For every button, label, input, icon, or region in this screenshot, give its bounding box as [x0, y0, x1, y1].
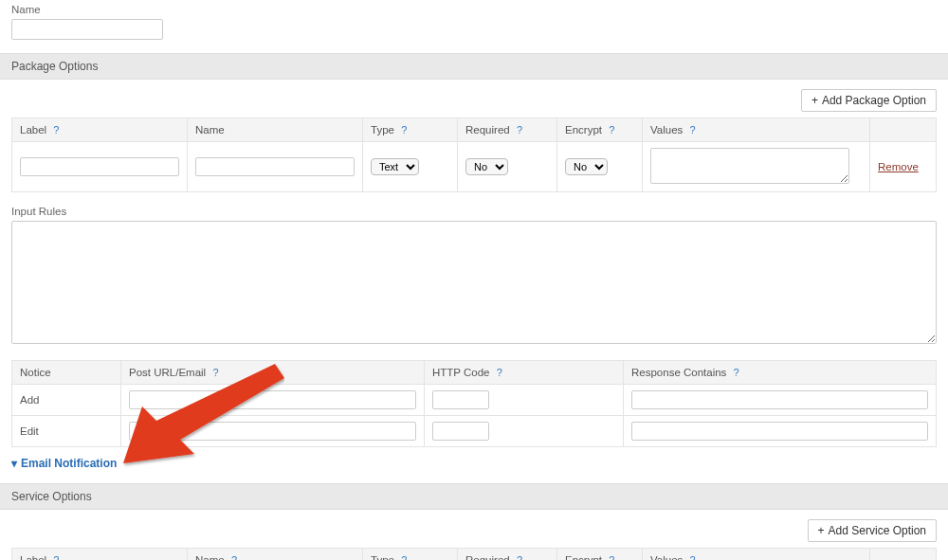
col-type: Type [371, 124, 394, 135]
edit-response-contains-input[interactable] [631, 422, 928, 441]
help-icon[interactable]: ? [231, 554, 237, 560]
caret-down-icon: ▾ [11, 457, 17, 470]
help-icon[interactable]: ? [53, 554, 59, 560]
input-rules-textarea[interactable] [11, 221, 937, 344]
pkg-label-input[interactable] [20, 157, 179, 176]
col-encrypt: Encrypt [565, 124, 602, 135]
package-options-table: Label ? Name Type ? Required ? Encrypt ?… [11, 117, 937, 192]
help-icon[interactable]: ? [53, 124, 59, 135]
col-notice: Notice [20, 367, 51, 378]
service-options-table: Label ? Name ? Type ? Required ? Encrypt… [11, 548, 937, 560]
package-options-header: Package Options [0, 53, 948, 80]
pkg-type-select[interactable]: Text [371, 158, 419, 175]
table-row: Add [12, 385, 937, 416]
add-http-code-input[interactable] [432, 390, 489, 409]
col-label: Label [20, 124, 46, 135]
pkg-values-textarea[interactable] [650, 148, 849, 184]
plus-icon: + [811, 94, 818, 107]
add-service-option-button[interactable]: + Add Service Option [808, 519, 937, 542]
table-header-row: Notice Post URL/Email ? HTTP Code ? Resp… [12, 361, 937, 385]
table-row: Text No No Remove [12, 142, 937, 192]
help-icon[interactable]: ? [609, 124, 614, 135]
notice-table: Notice Post URL/Email ? HTTP Code ? Resp… [11, 360, 937, 447]
service-options-header: Service Options [0, 483, 948, 510]
help-icon[interactable]: ? [401, 554, 407, 560]
pkg-name-input[interactable] [195, 157, 355, 176]
help-icon[interactable]: ? [690, 554, 696, 560]
input-rules-label: Input Rules [11, 206, 937, 217]
table-row: Edit [12, 416, 937, 447]
col-post-url-email: Post URL/Email [129, 367, 206, 378]
table-header-row: Label ? Name Type ? Required ? Encrypt ?… [12, 118, 937, 142]
edit-http-code-input[interactable] [432, 422, 489, 441]
col-type: Type [371, 554, 394, 560]
notice-edit-label: Edit [12, 416, 121, 447]
col-name: Name [195, 554, 225, 560]
email-notification-toggle[interactable]: ▾ Email Notification [11, 457, 117, 470]
add-package-option-button[interactable]: + Add Package Option [801, 89, 937, 112]
help-icon[interactable]: ? [497, 367, 502, 378]
add-package-option-label: Add Package Option [822, 94, 926, 107]
col-required: Required [465, 124, 510, 135]
col-name: Name [195, 124, 225, 135]
help-icon[interactable]: ? [609, 554, 614, 560]
plus-icon: + [818, 524, 825, 537]
add-response-contains-input[interactable] [631, 390, 928, 409]
email-notification-label: Email Notification [21, 457, 117, 470]
col-encrypt: Encrypt [565, 554, 602, 560]
help-icon[interactable]: ? [517, 554, 522, 560]
name-label: Name [11, 4, 937, 15]
add-post-url-input[interactable] [129, 390, 416, 409]
name-input[interactable] [11, 19, 163, 40]
col-required: Required [465, 554, 510, 560]
edit-post-url-input[interactable] [129, 422, 416, 441]
help-icon[interactable]: ? [734, 367, 739, 378]
help-icon[interactable]: ? [401, 124, 407, 135]
help-icon[interactable]: ? [212, 367, 218, 378]
pkg-required-select[interactable]: No [465, 158, 508, 175]
col-values: Values [650, 554, 683, 560]
pkg-encrypt-select[interactable]: No [565, 158, 608, 175]
help-icon[interactable]: ? [517, 124, 522, 135]
col-label: Label [20, 554, 46, 560]
table-header-row: Label ? Name ? Type ? Required ? Encrypt… [12, 549, 937, 561]
col-http-code: HTTP Code [432, 367, 490, 378]
help-icon[interactable]: ? [690, 124, 696, 135]
pkg-remove-link[interactable]: Remove [878, 161, 919, 172]
col-response-contains: Response Contains [631, 367, 726, 378]
col-values: Values [650, 124, 683, 135]
notice-add-label: Add [12, 385, 121, 416]
add-service-option-label: Add Service Option [829, 524, 926, 537]
